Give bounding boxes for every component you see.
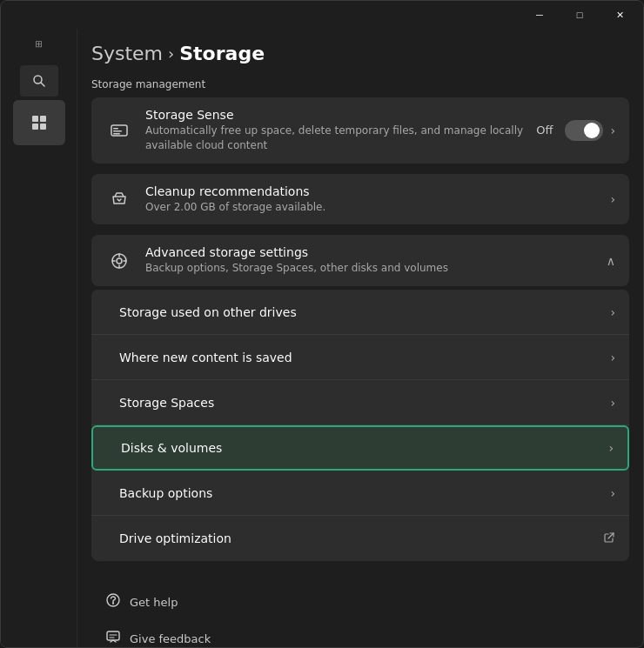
cleanup-group: Cleanup recommendations Over 2.00 GB of … [91, 174, 629, 229]
app-body: ⊞ System › Stora [1, 29, 643, 647]
sub-item-backup[interactable]: Backup options › [91, 471, 629, 516]
close-button[interactable]: ✕ [600, 1, 640, 29]
svg-line-1 [41, 83, 44, 86]
advanced-right: ∧ [607, 254, 615, 268]
minimize-button[interactable]: ─ [520, 1, 560, 29]
give-feedback-label: Give feedback [130, 632, 211, 645]
sub-item-spaces[interactable]: Storage Spaces › [91, 380, 629, 425]
toggle-knob [584, 123, 600, 138]
cleanup-right: › [610, 192, 615, 206]
sub-item-optimization-external [603, 531, 615, 546]
advanced-subtitle: Backup options, Storage Spaces, other di… [145, 261, 598, 276]
svg-rect-8 [113, 130, 122, 132]
breadcrumb-current: Storage [179, 43, 265, 64]
cleanup-text: Cleanup recommendations Over 2.00 GB of … [145, 184, 601, 215]
sub-items-group: Storage used on other drives › Where new… [91, 290, 629, 561]
storage-sense-chevron: › [610, 124, 615, 137]
breadcrumb-chevron: › [168, 44, 174, 63]
sub-item-new-content-chevron: › [610, 351, 615, 364]
storage-sense-group: Storage Sense Automatically free up spac… [91, 97, 629, 167]
cleanup-title: Cleanup recommendations [145, 184, 601, 198]
window-controls: ─ □ ✕ [520, 1, 640, 29]
sub-item-spaces-title: Storage Spaces [119, 396, 610, 410]
give-feedback-icon [105, 629, 121, 647]
give-feedback-link[interactable]: Give feedback [95, 622, 629, 647]
storage-sense-title: Storage Sense [145, 108, 527, 122]
storage-sense-icon [105, 117, 133, 144]
sidebar-label: ⊞ [33, 36, 44, 51]
cleanup-item[interactable]: Cleanup recommendations Over 2.00 GB of … [91, 174, 629, 225]
sub-item-backup-title: Backup options [119, 486, 610, 500]
breadcrumb: System › Storage [91, 29, 629, 75]
sub-item-new-content-title: Where new content is saved [119, 351, 610, 364]
section-header: Storage management [91, 75, 629, 97]
sub-item-optimization[interactable]: Drive optimization [91, 516, 629, 561]
sub-item-disks-title: Disks & volumes [121, 441, 608, 455]
svg-rect-7 [113, 128, 118, 130]
storage-sense-toggle[interactable] [565, 120, 603, 141]
advanced-item[interactable]: Advanced storage settings Backup options… [91, 235, 629, 286]
svg-rect-2 [32, 116, 38, 122]
maximize-button[interactable]: □ [560, 1, 600, 29]
get-help-link[interactable]: Get help [95, 585, 629, 618]
sub-item-other-drives-title: Storage used on other drives [119, 305, 610, 319]
svg-rect-18 [107, 631, 119, 640]
storage-sense-right: Off › [536, 120, 615, 141]
svg-rect-9 [113, 133, 120, 135]
svg-line-16 [608, 533, 614, 538]
get-help-icon [105, 592, 121, 611]
cleanup-subtitle: Over 2.00 GB of storage available. [145, 200, 601, 215]
sub-item-other-drives-chevron: › [610, 305, 615, 319]
sub-item-disks[interactable]: Disks & volumes › [91, 425, 629, 471]
breadcrumb-system: System [91, 43, 163, 64]
storage-sense-item[interactable]: Storage Sense Automatically free up spac… [91, 97, 629, 164]
svg-rect-4 [32, 124, 38, 130]
sub-item-disks-chevron: › [608, 441, 614, 455]
storage-sense-text: Storage Sense Automatically free up spac… [145, 108, 527, 153]
cleanup-icon [105, 185, 133, 213]
sub-item-optimization-title: Drive optimization [119, 531, 603, 545]
bottom-links: Get help Give feedback [91, 585, 629, 647]
sidebar-nav-item[interactable] [13, 100, 65, 145]
advanced-title: Advanced storage settings [145, 245, 598, 259]
sub-item-other-drives[interactable]: Storage used on other drives › [91, 290, 629, 335]
get-help-label: Get help [130, 596, 178, 609]
advanced-text: Advanced storage settings Backup options… [145, 245, 598, 276]
toggle-label: Off [536, 124, 553, 137]
title-bar: ─ □ ✕ [1, 1, 643, 29]
svg-rect-3 [40, 116, 46, 122]
svg-rect-5 [40, 124, 46, 130]
sub-item-spaces-chevron: › [610, 396, 615, 410]
sidebar: ⊞ [1, 29, 77, 647]
svg-point-11 [117, 258, 122, 264]
sub-item-new-content[interactable]: Where new content is saved › [91, 335, 629, 380]
advanced-chevron: ∧ [607, 254, 615, 268]
content-area: System › Storage Storage management [77, 29, 643, 647]
sub-item-backup-chevron: › [610, 486, 615, 500]
storage-sense-subtitle: Automatically free up space, delete temp… [145, 124, 527, 153]
settings-list: Storage Sense Automatically free up spac… [91, 97, 629, 564]
advanced-group: Advanced storage settings Backup options… [91, 235, 629, 561]
cleanup-chevron: › [610, 192, 615, 206]
window-frame: ─ □ ✕ ⊞ [0, 0, 644, 648]
sidebar-search-button[interactable] [20, 65, 58, 97]
advanced-sub-items: Storage used on other drives › Where new… [91, 290, 629, 561]
advanced-icon [105, 247, 133, 275]
